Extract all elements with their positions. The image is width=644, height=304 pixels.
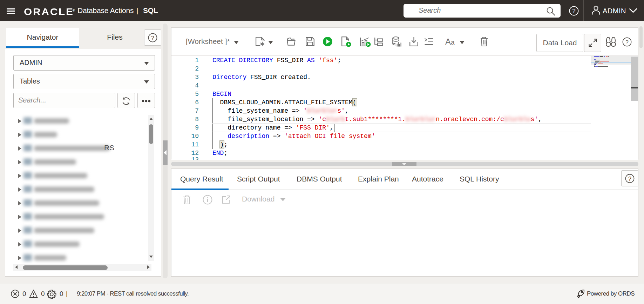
svg-text:?: ? bbox=[628, 176, 631, 182]
svg-text:?: ? bbox=[625, 39, 629, 45]
svg-text:?: ? bbox=[151, 35, 154, 41]
svg-text:?: ? bbox=[572, 8, 575, 14]
